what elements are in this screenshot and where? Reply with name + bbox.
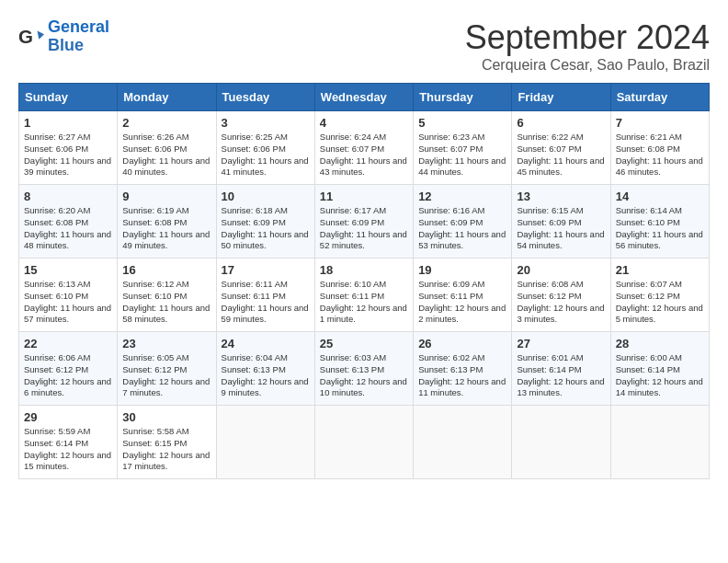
day-info: Sunrise: 6:12 AM Sunset: 6:10 PM Dayligh…: [122, 279, 210, 326]
calendar-cell: [314, 406, 413, 479]
day-number: 1: [24, 116, 112, 130]
day-info: Sunrise: 5:58 AM Sunset: 6:15 PM Dayligh…: [122, 426, 210, 473]
calendar-cell: 17 Sunrise: 6:11 AM Sunset: 6:11 PM Dayl…: [216, 259, 314, 332]
day-info: Sunrise: 6:09 AM Sunset: 6:11 PM Dayligh…: [418, 279, 506, 326]
calendar-cell: 25 Sunrise: 6:03 AM Sunset: 6:13 PM Dayl…: [314, 332, 413, 406]
calendar-cell: [216, 406, 314, 479]
day-info: Sunrise: 6:05 AM Sunset: 6:12 PM Dayligh…: [122, 352, 210, 399]
day-number: 18: [320, 263, 408, 277]
calendar-cell: 30 Sunrise: 5:58 AM Sunset: 6:15 PM Dayl…: [118, 406, 216, 479]
day-number: 16: [122, 263, 210, 277]
day-info: Sunrise: 6:24 AM Sunset: 6:07 PM Dayligh…: [320, 132, 408, 178]
day-number: 6: [517, 116, 605, 130]
calendar-week-row: 1 Sunrise: 6:27 AM Sunset: 6:06 PM Dayli…: [19, 111, 710, 185]
day-number: 23: [122, 337, 210, 350]
day-info: Sunrise: 6:04 AM Sunset: 6:13 PM Dayligh…: [222, 352, 310, 399]
calendar-cell: 14 Sunrise: 6:14 AM Sunset: 6:10 PM Dayl…: [610, 185, 709, 259]
day-info: Sunrise: 6:11 AM Sunset: 6:11 PM Dayligh…: [222, 279, 310, 326]
day-number: 12: [418, 190, 506, 203]
day-number: 24: [222, 337, 310, 350]
day-number: 8: [24, 190, 112, 203]
calendar-cell: 8 Sunrise: 6:20 AM Sunset: 6:08 PM Dayli…: [19, 185, 118, 259]
day-info: Sunrise: 6:25 AM Sunset: 6:06 PM Dayligh…: [222, 132, 310, 178]
calendar-cell: 3 Sunrise: 6:25 AM Sunset: 6:06 PM Dayli…: [216, 111, 314, 185]
day-info: Sunrise: 6:02 AM Sunset: 6:13 PM Dayligh…: [418, 352, 506, 399]
calendar-cell: 10 Sunrise: 6:18 AM Sunset: 6:09 PM Dayl…: [216, 185, 314, 259]
calendar-table: SundayMondayTuesdayWednesdayThursdayFrid…: [18, 83, 710, 479]
calendar-cell: 18 Sunrise: 6:10 AM Sunset: 6:11 PM Dayl…: [314, 259, 413, 332]
day-number: 29: [24, 410, 112, 424]
day-number: 5: [418, 116, 506, 130]
weekday-header-sunday: Sunday: [19, 84, 118, 111]
calendar-cell: 19 Sunrise: 6:09 AM Sunset: 6:11 PM Dayl…: [414, 259, 512, 332]
page-title: September 2024: [465, 18, 710, 57]
svg-text:G: G: [18, 25, 33, 46]
day-info: Sunrise: 6:26 AM Sunset: 6:06 PM Dayligh…: [122, 132, 210, 178]
title-block: September 2024 Cerqueira Cesar, Sao Paul…: [465, 18, 710, 74]
calendar-cell: 27 Sunrise: 6:01 AM Sunset: 6:14 PM Dayl…: [512, 332, 610, 406]
day-info: Sunrise: 6:06 AM Sunset: 6:12 PM Dayligh…: [24, 352, 112, 399]
day-number: 13: [517, 190, 605, 203]
calendar-cell: 9 Sunrise: 6:19 AM Sunset: 6:08 PM Dayli…: [118, 185, 216, 259]
day-info: Sunrise: 6:22 AM Sunset: 6:07 PM Dayligh…: [517, 132, 605, 178]
weekday-header-tuesday: Tuesday: [216, 84, 314, 111]
day-number: 4: [320, 116, 408, 130]
calendar-cell: [414, 406, 512, 479]
calendar-cell: 15 Sunrise: 6:13 AM Sunset: 6:10 PM Dayl…: [19, 259, 118, 332]
day-info: Sunrise: 5:59 AM Sunset: 6:14 PM Dayligh…: [24, 426, 112, 473]
weekday-header-thursday: Thursday: [414, 84, 512, 111]
day-number: 25: [320, 337, 408, 350]
day-info: Sunrise: 6:07 AM Sunset: 6:12 PM Dayligh…: [616, 279, 704, 326]
day-info: Sunrise: 6:27 AM Sunset: 6:06 PM Dayligh…: [24, 132, 112, 178]
calendar-cell: 11 Sunrise: 6:17 AM Sunset: 6:09 PM Dayl…: [314, 185, 413, 259]
day-number: 22: [24, 337, 112, 350]
weekday-header-wednesday: Wednesday: [314, 84, 413, 111]
weekday-header-row: SundayMondayTuesdayWednesdayThursdayFrid…: [19, 84, 710, 111]
day-info: Sunrise: 6:15 AM Sunset: 6:09 PM Dayligh…: [517, 205, 605, 252]
day-info: Sunrise: 6:10 AM Sunset: 6:11 PM Dayligh…: [320, 279, 408, 326]
day-info: Sunrise: 6:19 AM Sunset: 6:08 PM Dayligh…: [122, 205, 210, 252]
calendar-cell: 7 Sunrise: 6:21 AM Sunset: 6:08 PM Dayli…: [610, 111, 709, 185]
calendar-cell: 6 Sunrise: 6:22 AM Sunset: 6:07 PM Dayli…: [512, 111, 610, 185]
svg-marker-1: [38, 30, 44, 39]
day-number: 27: [517, 337, 605, 350]
calendar-week-row: 8 Sunrise: 6:20 AM Sunset: 6:08 PM Dayli…: [19, 185, 710, 259]
logo-icon: G: [18, 24, 44, 50]
calendar-cell: 12 Sunrise: 6:16 AM Sunset: 6:09 PM Dayl…: [414, 185, 512, 259]
day-info: Sunrise: 6:16 AM Sunset: 6:09 PM Dayligh…: [418, 205, 506, 252]
day-info: Sunrise: 6:13 AM Sunset: 6:10 PM Dayligh…: [24, 279, 112, 326]
weekday-header-saturday: Saturday: [610, 84, 709, 111]
calendar-cell: [512, 406, 610, 479]
calendar-cell: 2 Sunrise: 6:26 AM Sunset: 6:06 PM Dayli…: [118, 111, 216, 185]
day-info: Sunrise: 6:17 AM Sunset: 6:09 PM Dayligh…: [320, 205, 408, 252]
day-number: 2: [122, 116, 210, 130]
day-info: Sunrise: 6:01 AM Sunset: 6:14 PM Dayligh…: [517, 352, 605, 399]
day-number: 28: [616, 337, 704, 350]
calendar-cell: 24 Sunrise: 6:04 AM Sunset: 6:13 PM Dayl…: [216, 332, 314, 406]
page-subtitle: Cerqueira Cesar, Sao Paulo, Brazil: [465, 57, 710, 74]
calendar-cell: 13 Sunrise: 6:15 AM Sunset: 6:09 PM Dayl…: [512, 185, 610, 259]
calendar-cell: 29 Sunrise: 5:59 AM Sunset: 6:14 PM Dayl…: [19, 406, 118, 479]
day-info: Sunrise: 6:23 AM Sunset: 6:07 PM Dayligh…: [418, 132, 506, 178]
day-info: Sunrise: 6:18 AM Sunset: 6:09 PM Dayligh…: [222, 205, 310, 252]
day-number: 19: [418, 263, 506, 277]
day-number: 11: [320, 190, 408, 203]
day-number: 3: [222, 116, 310, 130]
day-number: 7: [616, 116, 704, 130]
calendar-cell: 1 Sunrise: 6:27 AM Sunset: 6:06 PM Dayli…: [19, 111, 118, 185]
page-header: G General Blue September 2024 Cerqueira …: [18, 18, 710, 74]
calendar-cell: 16 Sunrise: 6:12 AM Sunset: 6:10 PM Dayl…: [118, 259, 216, 332]
calendar-week-row: 29 Sunrise: 5:59 AM Sunset: 6:14 PM Dayl…: [19, 406, 710, 479]
day-number: 10: [222, 190, 310, 203]
day-number: 20: [517, 263, 605, 277]
day-info: Sunrise: 6:14 AM Sunset: 6:10 PM Dayligh…: [616, 205, 704, 252]
logo-text: General Blue: [48, 18, 109, 55]
day-number: 26: [418, 337, 506, 350]
calendar-week-row: 22 Sunrise: 6:06 AM Sunset: 6:12 PM Dayl…: [19, 332, 710, 406]
calendar-cell: 23 Sunrise: 6:05 AM Sunset: 6:12 PM Dayl…: [118, 332, 216, 406]
day-info: Sunrise: 6:20 AM Sunset: 6:08 PM Dayligh…: [24, 205, 112, 252]
calendar-week-row: 15 Sunrise: 6:13 AM Sunset: 6:10 PM Dayl…: [19, 259, 710, 332]
weekday-header-friday: Friday: [512, 84, 610, 111]
day-number: 15: [24, 263, 112, 277]
calendar-cell: 20 Sunrise: 6:08 AM Sunset: 6:12 PM Dayl…: [512, 259, 610, 332]
